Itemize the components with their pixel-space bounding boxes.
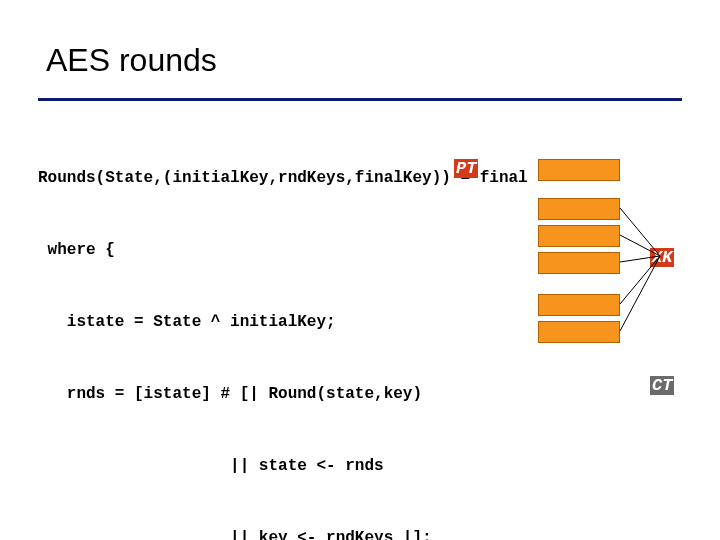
code-line: || key <- rndKeys |];	[38, 526, 598, 540]
code-line: rnds = [istate] # [| Round(state,key)	[38, 382, 598, 406]
code-block: Rounds(State,(initialKey,rndKeys,finalKe…	[38, 118, 598, 540]
block-round	[538, 252, 620, 274]
block-round	[538, 294, 620, 316]
xk-label: XK	[650, 248, 674, 267]
title-underline	[38, 98, 682, 101]
pt-label: PT	[454, 159, 478, 178]
slide-title: AES rounds	[46, 42, 217, 79]
block-round	[538, 198, 620, 220]
code-line: Rounds(State,(initialKey,rndKeys,finalKe…	[38, 166, 598, 190]
block-pt	[538, 159, 620, 181]
code-line: || state <- rnds	[38, 454, 598, 478]
ct-label: CT	[650, 376, 674, 395]
slide: AES rounds Rounds(State,(initialKey,rndK…	[0, 0, 720, 540]
block-round	[538, 321, 620, 343]
svg-line-4	[620, 256, 660, 331]
code-line: where {	[38, 238, 598, 262]
block-round	[538, 225, 620, 247]
code-line: istate = State ^ initialKey;	[38, 310, 598, 334]
